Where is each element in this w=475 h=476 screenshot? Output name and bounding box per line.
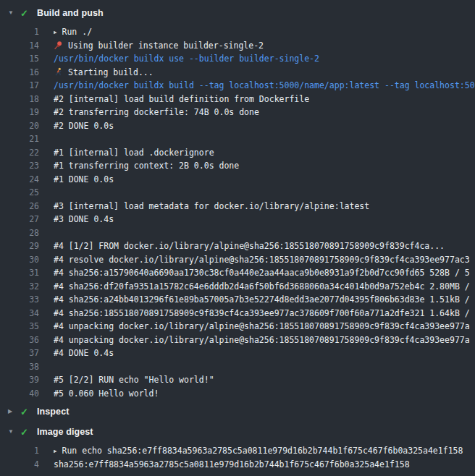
line-content: ▶Run echo sha256:e7ff8834a5963a2785c5a08…: [54, 446, 475, 456]
section-header-build-and-push[interactable]: ▼✓Build and push: [0, 3, 475, 23]
section-title: Build and push: [37, 8, 104, 18]
line-content: /usr/bin/docker buildx build --tag local…: [54, 80, 475, 90]
log-line: 15/usr/bin/docker buildx use --builder b…: [0, 52, 475, 66]
line-number[interactable]: 1: [0, 27, 39, 37]
line-number[interactable]: 31: [0, 268, 39, 278]
log-text: Using builder instance builder-single-2: [68, 41, 264, 51]
log-line: 21: [0, 132, 475, 146]
log-line: 35#4 unpacking docker.io/library/alpine@…: [0, 320, 475, 333]
log-section-build-and-push: ▼✓Build and push1▶Run ./14Using builder …: [0, 3, 475, 401]
line-number[interactable]: 27: [0, 214, 39, 224]
log-line: 1▶Run echo sha256:e7ff8834a5963a2785c5a0…: [0, 444, 475, 458]
line-number[interactable]: 18: [0, 94, 39, 104]
log-text: #4 sha256:a15790640a6690aa1730c38cf0a440…: [54, 268, 470, 278]
line-content: #3 [internal] load metadata for docker.i…: [54, 201, 475, 211]
section-title: Inspect: [37, 407, 69, 417]
expand-group-icon[interactable]: ▶: [54, 30, 57, 35]
chevron-down-icon[interactable]: ▼: [8, 429, 17, 435]
line-number[interactable]: 25: [0, 187, 39, 197]
section-header-image-digest[interactable]: ▼✓Image digest: [0, 422, 475, 442]
log-text: Run ./: [62, 27, 93, 37]
success-check-icon: ✓: [20, 407, 31, 417]
log-line: 28: [0, 226, 475, 240]
log-section-inspect: ▶✓Inspect: [0, 401, 475, 422]
success-check-icon: ✓: [20, 428, 31, 437]
log-text: #5 [2/2] RUN echo "Hello world!": [54, 375, 214, 385]
line-content: Starting build...: [54, 67, 475, 77]
line-number[interactable]: 16: [0, 67, 39, 77]
log-text: Run echo sha256:e7ff8834a5963a2785c5a081…: [62, 446, 463, 456]
line-number[interactable]: 36: [0, 335, 39, 345]
log-lines: 1▶Run ./14Using builder instance builder…: [0, 23, 475, 401]
line-number[interactable]: 20: [0, 121, 39, 131]
line-number[interactable]: 40: [0, 388, 39, 399]
line-content: #3 DONE 0.4s: [54, 214, 475, 224]
log-text: #2 DONE 0.0s: [54, 121, 114, 131]
line-number[interactable]: 4: [0, 459, 39, 469]
line-content: #4 sha256:185518070891758909c9f839cf4ca3…: [54, 308, 475, 318]
chevron-down-icon[interactable]: ▼: [8, 10, 17, 16]
line-number[interactable]: 14: [0, 41, 39, 51]
log-text: #1 DONE 0.0s: [54, 174, 114, 184]
log-text: #4 DONE 0.4s: [54, 348, 114, 358]
log-text: #4 unpacking docker.io/library/alpine@sh…: [54, 321, 470, 331]
line-number[interactable]: 28: [0, 228, 39, 238]
line-content: #1 [internal] load .dockerignore: [54, 148, 475, 158]
log-text: #5 0.060 Hello world!: [54, 388, 159, 399]
log-line: 19#2 transferring dockerfile: 74B 0.0s d…: [0, 106, 475, 119]
line-number[interactable]: 15: [0, 54, 39, 64]
line-number[interactable]: 17: [0, 80, 39, 90]
log-line: 1▶Run ./: [0, 25, 475, 39]
line-number[interactable]: 19: [0, 107, 39, 117]
log-text: #4 sha256:a24bb4013296f61e89ba57005a7b3e…: [54, 294, 470, 305]
log-lines: 1▶Run echo sha256:e7ff8834a5963a2785c5a0…: [0, 442, 475, 472]
line-number[interactable]: 22: [0, 148, 39, 158]
log-text: #4 sha256:185518070891758909c9f839cf4ca3…: [54, 308, 470, 318]
line-number[interactable]: 37: [0, 348, 39, 358]
line-content: #4 [1/2] FROM docker.io/library/alpine@s…: [54, 241, 475, 251]
line-content: #5 0.060 Hello world!: [54, 388, 475, 399]
line-number[interactable]: 24: [0, 174, 39, 184]
line-number[interactable]: 30: [0, 255, 39, 265]
line-content: #2 DONE 0.0s: [54, 121, 475, 131]
line-content: #4 sha256:df20fa9351a15782c64e6dddb2d4a6…: [54, 281, 475, 292]
log-line: 25: [0, 186, 475, 200]
log-text: #4 resolve docker.io/library/alpine@sha2…: [54, 255, 470, 265]
line-number[interactable]: 34: [0, 308, 39, 318]
log-section-image-digest: ▼✓Image digest1▶Run echo sha256:e7ff8834…: [0, 422, 475, 472]
line-number[interactable]: 1: [0, 446, 39, 456]
log-text: #3 DONE 0.4s: [54, 214, 114, 224]
log-line: 26#3 [internal] load metadata for docker…: [0, 200, 475, 213]
runner-icon: [54, 67, 63, 77]
log-line: 32#4 sha256:df20fa9351a15782c64e6dddb2d4…: [0, 280, 475, 294]
line-number[interactable]: 29: [0, 241, 39, 251]
line-number[interactable]: 26: [0, 201, 39, 211]
line-content: #5 [2/2] RUN echo "Hello world!": [54, 375, 475, 385]
log-text: #4 [1/2] FROM docker.io/library/alpine@s…: [54, 241, 445, 251]
line-number[interactable]: 38: [0, 362, 39, 372]
line-number[interactable]: 39: [0, 375, 39, 385]
log-line: 23#1 transferring context: 2B 0.0s done: [0, 159, 475, 173]
log-text: sha256:e7ff8834a5963a2785c5a0811e979d16b…: [54, 459, 410, 469]
line-number[interactable]: 35: [0, 321, 39, 331]
log-text: #2 [internal] load build definition from…: [54, 94, 309, 104]
line-number[interactable]: 23: [0, 161, 39, 171]
log-line: 36#4 unpacking docker.io/library/alpine@…: [0, 333, 475, 347]
line-number[interactable]: 32: [0, 281, 39, 292]
log-line: 27#3 DONE 0.4s: [0, 213, 475, 226]
expand-group-icon[interactable]: ▶: [54, 449, 57, 454]
line-number[interactable]: 21: [0, 134, 39, 144]
log-line: 20#2 DONE 0.0s: [0, 119, 475, 133]
log-line: 37#4 DONE 0.4s: [0, 347, 475, 360]
line-content: #4 unpacking docker.io/library/alpine@sh…: [54, 321, 475, 331]
chevron-right-icon[interactable]: ▶: [8, 409, 17, 415]
log-line: 4sha256:e7ff8834a5963a2785c5a0811e979d16…: [0, 458, 475, 472]
line-number[interactable]: 33: [0, 294, 39, 305]
section-title: Image digest: [37, 427, 93, 437]
log-text: /usr/bin/docker buildx use --builder bui…: [54, 54, 319, 64]
log-text: #4 unpacking docker.io/library/alpine@sh…: [54, 335, 470, 345]
section-header-inspect[interactable]: ▶✓Inspect: [0, 401, 475, 422]
log-text: #4 sha256:df20fa9351a15782c64e6dddb2d4a6…: [54, 281, 470, 292]
log-line: 29#4 [1/2] FROM docker.io/library/alpine…: [0, 239, 475, 253]
success-check-icon: ✓: [20, 9, 31, 18]
